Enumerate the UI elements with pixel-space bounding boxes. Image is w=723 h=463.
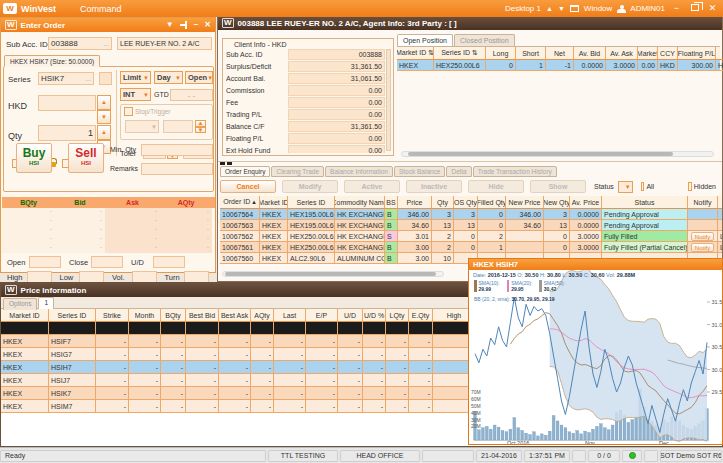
desktop-down-icon[interactable]: ▼	[558, 5, 565, 12]
order-column-header[interactable]: Qty	[432, 196, 454, 209]
user-name[interactable]: ADMIN01	[630, 4, 665, 13]
inactive-order-button[interactable]: Inactive	[406, 180, 462, 193]
sub-acc-input[interactable]: 003888...	[48, 37, 112, 50]
desktop-up-icon[interactable]: ▲	[546, 5, 553, 12]
price-column-header[interactable]: Series ID	[49, 309, 96, 322]
modify-order-button[interactable]: Modify	[282, 180, 338, 193]
open-position-column-header[interactable]: CCY	[658, 47, 678, 60]
price-column-header[interactable]: Strike	[96, 309, 129, 322]
stop-trigger-checkbox[interactable]	[124, 107, 133, 116]
gtd-field[interactable]: - -	[170, 89, 213, 101]
open-close-select[interactable]: Open▼	[185, 71, 213, 84]
close-icon[interactable]: ✕	[204, 20, 211, 30]
position-tab-closed-position[interactable]: Closed Position	[454, 34, 515, 46]
show-order-button[interactable]: Show	[530, 180, 586, 193]
restore-button[interactable]	[688, 3, 701, 14]
order-tab-order-enquiry[interactable]: Order Enquiry	[220, 166, 270, 177]
open-position-column-header[interactable]: Av. Bid	[574, 47, 606, 60]
active-order-button[interactable]: Active	[344, 180, 400, 193]
order-column-header[interactable]: Order ID ▴	[220, 196, 260, 209]
price-column-header[interactable]: BQty	[161, 309, 186, 322]
stop-trigger-type-select[interactable]: ▼	[125, 120, 159, 133]
stop-trigger-price-field[interactable]	[163, 120, 193, 133]
price-column-header[interactable]: Last	[274, 309, 306, 322]
price-column-header[interactable]: E/P	[306, 309, 338, 322]
hidden-checkbox[interactable]	[688, 182, 692, 191]
depth-row[interactable]: ····	[2, 244, 215, 253]
qty-input[interactable]: 1	[38, 125, 96, 141]
order-column-header[interactable]: Series ID	[288, 196, 335, 209]
chevron-down-icon[interactable]: ▼	[166, 20, 174, 30]
open-position-column-header[interactable]: Av. Ask	[606, 47, 638, 60]
client-info-scrollbar[interactable]	[386, 49, 391, 151]
validity-select[interactable]: Day▼	[154, 71, 183, 84]
series-input[interactable]: HSIK7...	[38, 72, 94, 85]
min-qty-field[interactable]	[141, 144, 213, 156]
price-tab-1[interactable]: 1	[38, 297, 54, 309]
order-column-header[interactable]: OS Qty	[454, 196, 478, 209]
price-column-header[interactable]: LQty	[386, 309, 409, 322]
order-row[interactable]: 10067564HKEXHEX195.00L6HK EXCHANGES ...B…	[220, 209, 722, 220]
order-tab-stock-balance[interactable]: Stock Balance	[394, 166, 446, 177]
order-tab-balance-information[interactable]: Balance Information	[325, 166, 393, 177]
price-column-header[interactable]: Best Bid	[186, 309, 219, 322]
order-column-header[interactable]: Status	[602, 196, 688, 209]
price-column-header[interactable]: Month	[129, 309, 161, 322]
price-spinner[interactable]: ▲▼	[97, 95, 111, 124]
open-position-column-header[interactable]: Comm	[716, 47, 723, 60]
order-tab-delta[interactable]: Delta	[446, 166, 471, 177]
chart-titlebar[interactable]: HKEX HSIH7	[469, 259, 722, 270]
price-column-header[interactable]: U/D %	[363, 309, 386, 322]
market-depth-body[interactable]: ····················	[2, 208, 215, 253]
menu-command[interactable]: Command	[74, 3, 128, 15]
menu-window[interactable]: Window	[584, 4, 612, 13]
open-position-hscrollbar[interactable]	[401, 151, 714, 157]
series-tab[interactable]: HKEX HSIK7 (Size: 50.0000)	[4, 55, 100, 67]
order-column-header[interactable]: Filled Qty	[478, 196, 506, 209]
price-column-header[interactable]: AQty	[251, 309, 274, 322]
enter-order-titlebar[interactable]: W Enter Order ▼ − ✕	[1, 18, 215, 32]
order-column-header[interactable]: O	[718, 196, 722, 209]
order-column-header[interactable]: Price	[398, 196, 432, 209]
price-column-header[interactable]: Best Ask	[219, 309, 251, 322]
notify-button[interactable]: Notify	[691, 232, 714, 241]
price-column-header[interactable]: E.Qty	[409, 309, 433, 322]
pin-icon[interactable]	[180, 21, 188, 29]
open-position-column-header[interactable]: Series ID ⇅	[434, 47, 486, 60]
order-type-select[interactable]: Limit▼	[120, 71, 151, 84]
order-tab-clearing-trade[interactable]: Clearing Trade	[271, 166, 324, 177]
order-column-header[interactable]: New Price	[506, 196, 544, 209]
order-column-header[interactable]: BS	[385, 196, 398, 209]
order-column-header[interactable]: Commodity Name	[335, 196, 385, 209]
open-position-column-header[interactable]: Floating P/L	[678, 47, 716, 60]
order-column-header[interactable]: Notify	[688, 196, 718, 209]
buy-button[interactable]: BuyHSI	[16, 143, 52, 173]
account-titlebar[interactable]: W 003888 LEE RUEY-ER NO. 2 A/C, Agent In…	[218, 16, 722, 30]
depth-row[interactable]: ····	[2, 217, 215, 226]
open-position-column-header[interactable]: Market	[638, 47, 658, 60]
hide-order-button[interactable]: Hide	[468, 180, 524, 193]
chart-body[interactable]: 31.531.030.530.029.570M60M50M40M30M20MOc…	[469, 270, 722, 444]
remarks-field[interactable]	[141, 163, 213, 175]
order-row[interactable]: 10067563HKEXHEX195.00L6HK EXCHANGES ...B…	[220, 220, 722, 231]
order-column-header[interactable]: Market ID	[260, 196, 288, 209]
open-position-column-header[interactable]: Market ID ⇅	[397, 47, 434, 60]
status-filter-select[interactable]: ▼	[618, 181, 633, 193]
open-position-column-header[interactable]: Net	[546, 47, 574, 60]
order-tab-trade-transaction-history[interactable]: Trade Transaction History	[473, 166, 557, 177]
price-column-header[interactable]: U/D	[338, 309, 363, 322]
minimize-button[interactable]: −	[670, 3, 683, 14]
order-table-hscrollbar[interactable]	[222, 271, 444, 277]
price-input[interactable]	[38, 95, 96, 111]
desktop-selector[interactable]: Desktop 1	[505, 4, 541, 13]
minimize-icon[interactable]: −	[194, 20, 199, 30]
order-row[interactable]: 10067562HKEXHEX250.00L6HK EXCHANGES ...S…	[220, 231, 722, 242]
sell-button[interactable]: SellHSI	[68, 143, 104, 173]
order-column-header[interactable]: Av. Price	[570, 196, 602, 209]
open-position-row[interactable]: HKEXHEX250.00L601-10.00003.00000.00HKD30…	[397, 60, 720, 71]
depth-row[interactable]: ····	[2, 235, 215, 244]
depth-row[interactable]: ····	[2, 208, 215, 217]
order-row[interactable]: 10067561HKEXHEX250.00L6HK EXCHANGES ...B…	[220, 242, 722, 253]
order-column-header[interactable]: New Qty	[544, 196, 570, 209]
cancel-order-button[interactable]: Cancel	[220, 180, 276, 193]
